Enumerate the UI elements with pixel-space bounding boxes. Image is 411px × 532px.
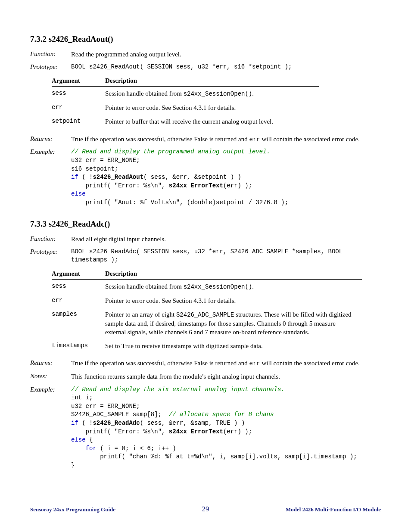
code-fn: s2426_ReadAout — [93, 174, 143, 180]
arg-desc: Pointer to error code. See Section 4.3.1… — [105, 294, 362, 308]
arg-desc-pre: Pointer to an array of eight — [105, 311, 176, 318]
returns-row-732: Returns: True if the operation was succe… — [30, 135, 381, 144]
function-text: Read the programmed analog output level. — [71, 50, 381, 59]
table-row: sess Session handle obtained from s24xx_… — [52, 279, 362, 293]
arg-desc: Pointer to an array of eight S2426_ADC_S… — [105, 308, 362, 339]
arg-name: timestamps — [52, 339, 105, 353]
table-row: timestamps Set to True to receive timest… — [52, 339, 362, 353]
code-text: { — [86, 436, 93, 443]
code-kw: if — [71, 174, 78, 180]
code-text: printf( "Error: %s\n", — [71, 428, 169, 435]
arg-desc: Session handle obtained from s24xx_Sessi… — [105, 87, 319, 101]
function-label: Function: — [30, 50, 71, 58]
code-line: } — [71, 462, 75, 469]
arg-desc-code: S2426_ADC_SAMPLE — [176, 311, 234, 318]
example-code: // Read and display the programmed analo… — [71, 148, 381, 207]
returns-pre: True if the operation was successful, ot… — [71, 136, 249, 143]
argtable-wrap-732: Argument Description sess Session handle… — [30, 75, 381, 128]
code-kw: else — [71, 190, 86, 197]
function-text: Read all eight digital input channels. — [71, 235, 381, 243]
table-row: sess Session handle obtained from s24xx_… — [52, 87, 319, 101]
code-text: ( sess, &err, &setpoint ) ) — [143, 174, 241, 180]
arg-desc: Session handle obtained from s24xx_Sessi… — [105, 279, 362, 293]
code-fn: s24xx_ErrorText — [169, 182, 223, 189]
arg-desc-post: . — [252, 283, 254, 290]
returns-row-733: Returns: True if the operation was succe… — [30, 359, 381, 368]
table-row: err Pointer to error code. See Section 4… — [52, 294, 362, 308]
arg-desc-pre: Set to True to receive timestamps with d… — [105, 342, 263, 349]
arg-desc: Set to True to receive timestamps with d… — [105, 339, 362, 353]
table-row: err Pointer to error code. See Section 4… — [52, 101, 319, 115]
arg-desc-pre: Session handle obtained from — [105, 283, 184, 290]
arg-name: sess — [52, 279, 105, 293]
code-line: u32 err = ERR_NONE; — [71, 157, 140, 164]
code-text: (err) ); — [223, 428, 252, 435]
function-row-732: Function: Read the programmed analog out… — [30, 50, 381, 59]
argtable-wrap-733: Argument Description sess Session handle… — [30, 268, 381, 353]
code-kw: for — [71, 445, 97, 452]
notes-label: Notes: — [30, 372, 71, 380]
returns-code: err — [249, 136, 260, 143]
code-text: (err) ); — [223, 182, 252, 189]
arg-name: samples — [52, 308, 105, 339]
arg-desc-pre: Pointer to buffer that will receive the … — [105, 118, 273, 125]
argtable-733: Argument Description sess Session handle… — [52, 268, 362, 353]
code-kw: else — [71, 436, 86, 443]
prototype-row-732: Prototype: BOOL s2426_ReadAout( SESSION … — [30, 63, 381, 71]
argtable-h-desc: Description — [105, 75, 319, 87]
code-line: u32 err = ERR_NONE; — [71, 403, 140, 410]
code-fn: s24xx_ErrorText — [169, 428, 223, 435]
code-text: ( sess, &err, &samp, TRUE ) ) — [140, 420, 245, 426]
prototype-text: BOOL s2426_ReadAout( SESSION sess, u32 *… — [71, 63, 381, 71]
prototype-label: Prototype: — [30, 63, 71, 71]
section-733: 7.3.3 s2426_ReadAdc() Function: Read all… — [30, 219, 381, 470]
footer-page-number: 29 — [30, 505, 381, 513]
returns-label: Returns: — [30, 359, 71, 367]
argtable-732: Argument Description sess Session handle… — [52, 75, 319, 128]
returns-post: will contain the associated error code. — [260, 136, 360, 143]
code-text: printf( "Error: %s\n", — [71, 182, 169, 189]
code-kw: if — [71, 420, 78, 426]
code-fn: s2426_ReadAdc — [93, 420, 140, 426]
prototype-text: BOOL s2426_ReadAdc( SESSION sess, u32 *e… — [71, 248, 381, 264]
code-comment: // Read and display the programmed analo… — [71, 148, 270, 155]
returns-text: True if the operation was successful, ot… — [71, 135, 381, 144]
prototype-row-733: Prototype: BOOL s2426_ReadAdc( SESSION s… — [30, 248, 381, 264]
returns-pre: True if the operation was successful, ot… — [71, 360, 249, 367]
arg-desc-code: s24xx_SessionOpen() — [184, 283, 252, 290]
returns-code: err — [249, 360, 260, 367]
arg-desc-pre: Session handle obtained from — [105, 90, 184, 97]
arg-name: err — [52, 101, 105, 115]
notes-row-733: Notes: This function returns sample data… — [30, 372, 381, 381]
code-line: printf( "Aout: %f Volts\n", (double)setp… — [71, 199, 288, 206]
argtable-h-arg: Argument — [52, 268, 105, 280]
arg-name: sess — [52, 87, 105, 101]
page-footer: Sensoray 24xx Programming Guide 29 Model… — [30, 506, 381, 513]
code-text: ( ! — [78, 174, 93, 180]
code-line: printf( "chan %d: %f at t=%d\n", i, samp… — [71, 453, 357, 460]
table-row: samples Pointer to an array of eight S24… — [52, 308, 362, 339]
function-row-733: Function: Read all eight digital input c… — [30, 235, 381, 243]
returns-post: will contain the associated error code. — [260, 360, 360, 367]
example-row-733: Example: // Read and display the six ext… — [30, 386, 381, 470]
code-comment: // allocate space for 8 chans — [169, 411, 274, 418]
example-label: Example: — [30, 386, 71, 393]
page: 7.3.2 s2426_ReadAout() Function: Read th… — [0, 0, 411, 532]
section-heading-733: 7.3.3 s2426_ReadAdc() — [30, 219, 381, 229]
arg-desc-code: s24xx_SessionOpen() — [184, 90, 252, 97]
code-comment: // Read and display the six external ana… — [71, 386, 285, 393]
arg-desc-pre: Pointer to error code. See Section 4.3.1… — [105, 104, 236, 111]
arg-name: err — [52, 294, 105, 308]
arg-desc-pre: Pointer to error code. See Section 4.3.1… — [105, 297, 236, 304]
notes-text: This function returns sample data from t… — [71, 372, 381, 381]
prototype-label: Prototype: — [30, 248, 71, 255]
example-code: // Read and display the six external ana… — [71, 386, 381, 470]
argtable-h-arg: Argument — [52, 75, 105, 87]
example-label: Example: — [30, 148, 71, 156]
arg-desc-post: . — [252, 90, 254, 97]
arg-name: setpoint — [52, 115, 105, 128]
returns-label: Returns: — [30, 135, 71, 143]
table-row: setpoint Pointer to buffer that will rec… — [52, 115, 319, 128]
section-heading-732: 7.3.2 s2426_ReadAout() — [30, 34, 381, 44]
code-text: S2426_ADC_SAMPLE samp[8]; — [71, 411, 169, 418]
